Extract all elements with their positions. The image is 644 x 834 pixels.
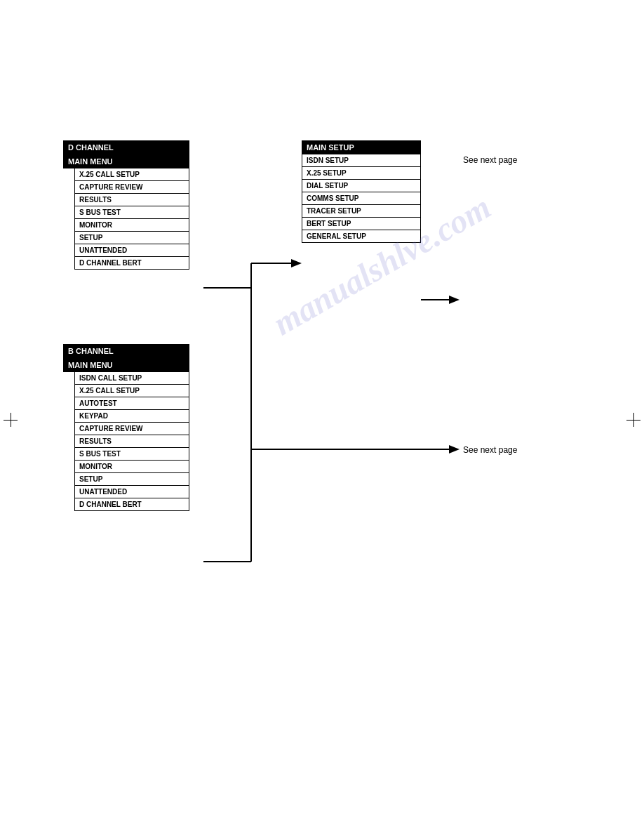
svg-marker-9: [449, 445, 459, 454]
b-keypad: KEYPAD: [74, 410, 189, 423]
comms-setup: COMMS SETUP: [302, 192, 421, 205]
crosshair-left: [4, 413, 18, 427]
crosshair-right: [626, 413, 640, 427]
tracer-setup: TRACER SETUP: [302, 205, 421, 218]
d-results: RESULTS: [74, 194, 189, 206]
b-channel-group: B CHANNEL MAIN MENU ISDN CALL SETUP X.25…: [63, 344, 189, 511]
svg-marker-5: [291, 259, 302, 267]
b-setup: SETUP: [74, 473, 189, 486]
svg-marker-7: [449, 296, 459, 304]
d-unattended: UNATTENDED: [74, 244, 189, 257]
d-channel-header: D CHANNEL: [63, 140, 189, 154]
main-setup-header: MAIN SETUP: [302, 140, 421, 154]
b-x25-call-setup: X.25 CALL SETUP: [74, 385, 189, 397]
main-setup-group: MAIN SETUP ISDN SETUP X.25 SETUP DIAL SE…: [302, 140, 421, 243]
d-setup: SETUP: [74, 232, 189, 244]
b-s-bus-test: S BUS TEST: [74, 448, 189, 461]
b-capture-review: CAPTURE REVIEW: [74, 423, 189, 435]
d-s-bus-test: S BUS TEST: [74, 206, 189, 219]
d-capture-review: CAPTURE REVIEW: [74, 181, 189, 194]
b-unattended: UNATTENDED: [74, 486, 189, 498]
dial-setup: DIAL SETUP: [302, 180, 421, 192]
b-results: RESULTS: [74, 435, 189, 448]
d-channel-main-menu: MAIN MENU: [63, 154, 189, 168]
see-next-page-1: See next page: [463, 155, 517, 165]
b-channel-header: B CHANNEL: [63, 344, 189, 358]
isdn-setup: ISDN SETUP: [302, 154, 421, 167]
see-next-page-2: See next page: [463, 445, 517, 455]
d-channel-bert: D CHANNEL BERT: [74, 257, 189, 270]
b-autotest: AUTOTEST: [74, 397, 189, 410]
d-monitor: MONITOR: [74, 219, 189, 232]
x25-setup: X.25 SETUP: [302, 167, 421, 180]
b-channel-main-menu: MAIN MENU: [63, 358, 189, 372]
bert-setup: BERT SETUP: [302, 218, 421, 230]
b-isdn-call-setup: ISDN CALL SETUP: [74, 372, 189, 385]
b-d-channel-bert: D CHANNEL BERT: [74, 498, 189, 511]
general-setup: GENERAL SETUP: [302, 230, 421, 243]
b-monitor: MONITOR: [74, 461, 189, 473]
d-x25-call-setup: X.25 CALL SETUP: [74, 168, 189, 181]
d-channel-group: D CHANNEL MAIN MENU X.25 CALL SETUP CAPT…: [63, 140, 189, 270]
